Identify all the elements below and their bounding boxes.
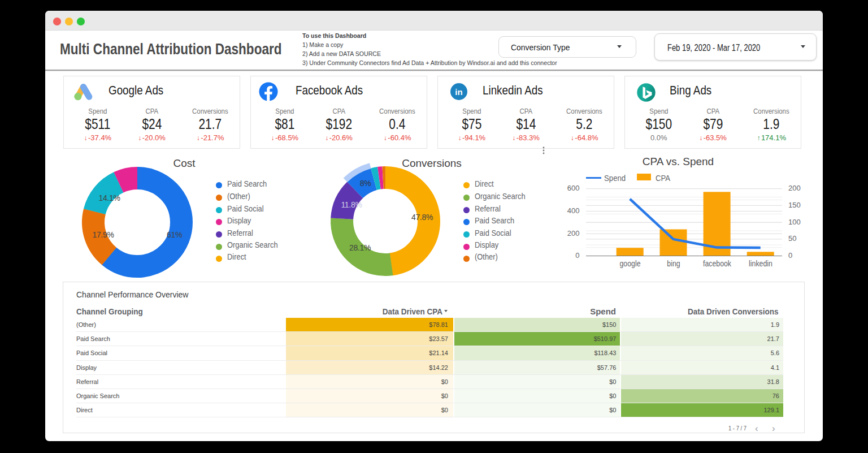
svg-text:in: in [455, 87, 462, 96]
